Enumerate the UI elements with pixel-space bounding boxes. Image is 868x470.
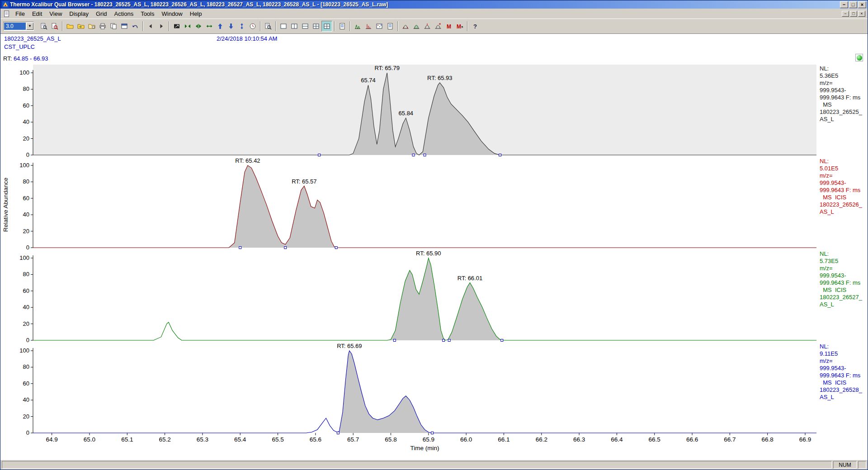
peak-detection-button[interactable] [400, 21, 411, 32]
child-restore-button[interactable]: □ [850, 11, 857, 17]
integration-marker[interactable] [284, 247, 287, 249]
layout-two-cells-vertical-button[interactable] [300, 21, 311, 32]
open-layout-button[interactable] [86, 21, 97, 32]
menu-help[interactable]: Help [186, 9, 206, 18]
menu-actions[interactable]: Actions [111, 9, 137, 18]
chevron-down-icon[interactable]: ▼ [26, 23, 33, 30]
menu-window[interactable]: Window [158, 9, 186, 18]
menu-view[interactable]: View [46, 9, 66, 18]
peak-width-combo[interactable]: 3.0 ▼ [3, 22, 34, 31]
peak-label: RT: 65.42 [235, 157, 260, 164]
menu-tools[interactable]: Tools [137, 9, 158, 18]
integration-marker[interactable] [412, 154, 415, 156]
next-view-button[interactable] [156, 21, 167, 32]
scan-annotation-line: NL: [820, 158, 829, 164]
layout-two-cells-horizontal-button[interactable] [289, 21, 300, 32]
chromatogram-pane-1[interactable]: 02040608010065.74RT: 65.7965.84RT: 65.93… [19, 65, 862, 158]
scan-annotation-line: NL: [820, 250, 829, 257]
layout-single-cell-button[interactable] [278, 21, 289, 32]
layout-four-cells-button[interactable] [311, 21, 321, 32]
integration-marker[interactable] [443, 339, 445, 342]
integration-marker[interactable] [448, 339, 450, 342]
spectrum-view-button[interactable] [363, 21, 374, 32]
menu-display[interactable]: Display [66, 9, 92, 18]
integration-marker[interactable] [318, 154, 321, 156]
copy-window-button[interactable] [119, 21, 130, 32]
add-peak-label-button[interactable] [422, 21, 433, 32]
peak-integration-button[interactable] [411, 21, 422, 32]
aleft-icon [147, 23, 154, 30]
integration-marker[interactable] [337, 432, 339, 434]
close-button[interactable]: × [858, 1, 866, 8]
integration-marker[interactable] [393, 339, 396, 342]
minimize-icon: − [844, 11, 846, 16]
compress-x-axis-button[interactable] [182, 21, 193, 32]
menu-file[interactable]: File [12, 9, 28, 18]
help-button[interactable]: ? [470, 21, 481, 32]
mass-precision-button[interactable]: M [443, 21, 454, 32]
workspace: 180223_26525_AS_L 2/24/2018 10:10:54 AM … [0, 34, 868, 460]
print-button[interactable] [97, 21, 108, 32]
chromatogram-pane-4[interactable]: 020406080100RT: 65.69NL:9.11E5m/z=999.95… [19, 343, 862, 436]
map-view-button[interactable] [374, 21, 385, 32]
scan-annotation-line: 999.9543- [820, 179, 846, 186]
open-raw-file-button[interactable] [65, 21, 75, 32]
scan-annotation-line: 999.9643 F: ms [820, 187, 861, 193]
maximize-button[interactable]: □ [849, 1, 857, 8]
child-close-button[interactable]: × [858, 11, 865, 17]
scan-annotation-line: AS_L [820, 301, 834, 308]
open-sequence-button[interactable] [75, 21, 86, 32]
help-icon: ? [472, 23, 479, 30]
minimize-button[interactable]: − [840, 1, 848, 8]
scan-header-view-button[interactable] [385, 21, 396, 32]
auto-update-button[interactable] [247, 21, 258, 32]
integration-marker[interactable] [501, 339, 503, 342]
expand-x-axis-button[interactable] [193, 21, 204, 32]
menu-grid[interactable]: Grid [92, 9, 111, 18]
scan-annotation-line: 999.9643 F: ms [820, 372, 861, 379]
integration-marker[interactable] [239, 247, 241, 249]
aup-icon [217, 23, 224, 30]
report-view-button[interactable] [337, 21, 348, 32]
child-minimize-button[interactable]: − [842, 11, 849, 17]
folder-icon [66, 23, 74, 30]
y-tick-label: 100 [19, 254, 29, 261]
pagemagred-icon [51, 23, 58, 30]
scroll-down-button[interactable] [226, 21, 236, 32]
integration-marker[interactable] [335, 247, 337, 249]
reset-display-range-button[interactable] [171, 21, 182, 32]
y-tick-label: 0 [26, 337, 29, 343]
integration-marker[interactable] [424, 154, 426, 156]
map-icon [376, 23, 383, 30]
chromatogram-view-button[interactable] [352, 21, 363, 32]
title-bar[interactable]: Thermo Xcalibur Qual Browser - 180223_26… [0, 0, 868, 9]
remove-peak-button[interactable] [433, 21, 443, 32]
document-icon[interactable] [3, 10, 10, 17]
mass-analysis-button[interactable]: M [454, 21, 465, 32]
print-preview-button[interactable] [38, 21, 49, 32]
peak-label: 65.84 [399, 110, 414, 117]
peak2-icon [413, 23, 420, 30]
integration-marker[interactable] [499, 154, 501, 156]
chromatogram-pane-2[interactable]: 020406080100RT: 65.42RT: 65.57NL:5.01E5m… [19, 157, 862, 251]
folder3-icon [88, 23, 95, 30]
menu-edit[interactable]: Edit [28, 9, 46, 18]
undo-button[interactable] [130, 21, 141, 32]
toolbar-separator [62, 21, 63, 31]
x-tick-label: 64.9 [46, 436, 58, 443]
chromatogram-pane-3[interactable]: 020406080100RT: 65.90RT: 66.01NL:5.73E5m… [19, 250, 862, 343]
scan-annotation-line: 999.9543- [820, 87, 846, 94]
y-tick-label: 80 [23, 85, 29, 92]
autoscale-y-button[interactable] [236, 21, 247, 32]
display-options-button[interactable] [263, 21, 274, 32]
scroll-up-button[interactable] [215, 21, 226, 32]
copy-button[interactable] [108, 21, 119, 32]
scan-annotation-line: 999.9543- [820, 272, 846, 279]
integration-marker[interactable] [431, 432, 434, 434]
chromatogram-chart[interactable]: 02040608010065.74RT: 65.7965.84RT: 65.93… [0, 56, 868, 453]
previous-view-button[interactable] [145, 21, 156, 32]
full-x-range-button[interactable] [204, 21, 215, 32]
layout-grid-button[interactable] [321, 21, 332, 32]
x-tick-label: 66.5 [649, 436, 660, 443]
print-preview-options-button[interactable] [49, 21, 60, 32]
